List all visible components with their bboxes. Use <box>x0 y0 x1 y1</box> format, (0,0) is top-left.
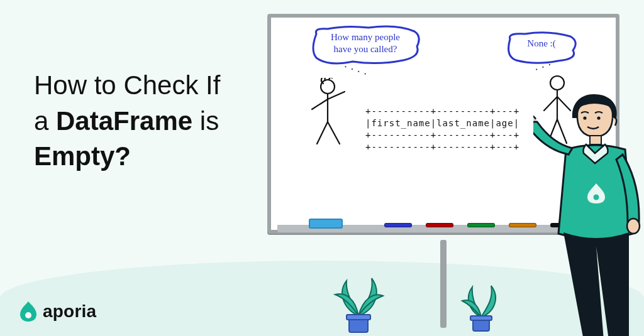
headline-line1: How to Check If <box>34 70 220 100</box>
marker-orange <box>509 223 536 227</box>
svg-line-3 <box>312 99 328 109</box>
stick-figure-asker <box>306 78 350 147</box>
plant-right <box>450 273 513 336</box>
headline-line3-bold: Empty? <box>34 141 131 171</box>
svg-point-20 <box>627 219 640 234</box>
svg-point-21 <box>594 195 599 200</box>
headline-line2-prefix: a <box>34 106 56 136</box>
whiteboard-pole <box>440 240 447 328</box>
marker-blue <box>384 223 412 227</box>
svg-rect-16 <box>470 316 492 320</box>
aporia-flame-icon <box>19 301 38 322</box>
svg-point-17 <box>583 116 586 119</box>
marker-red <box>426 223 453 227</box>
svg-rect-14 <box>347 315 370 320</box>
page-title: How to Check If a DataFrame is Empty? <box>34 68 220 175</box>
headline-line2-suffix: is <box>192 106 219 136</box>
svg-point-18 <box>597 116 600 119</box>
headline-line2-bold: DataFrame <box>56 106 192 136</box>
whiteboard-eraser <box>309 219 343 229</box>
speech-bubble-question: How many people have you called? <box>309 25 422 67</box>
brand-logo: aporia <box>19 301 96 322</box>
svg-point-1 <box>321 80 335 94</box>
speech-bubble-answer-text: None :( <box>504 31 579 56</box>
marker-green <box>467 223 495 227</box>
svg-line-6 <box>328 122 340 144</box>
svg-point-0 <box>25 312 31 318</box>
plant-left <box>324 267 393 336</box>
brand-name: aporia <box>43 301 96 322</box>
svg-rect-19 <box>590 136 601 144</box>
presenter-illustration <box>533 89 644 336</box>
svg-line-5 <box>317 122 328 144</box>
speech-bubble-answer: None :( <box>504 31 579 64</box>
speech-bubble-question-text: How many people have you called? <box>309 25 422 62</box>
dataframe-ascii: +----------+---------+---+ |first_name|l… <box>365 106 519 153</box>
svg-point-7 <box>550 76 564 90</box>
